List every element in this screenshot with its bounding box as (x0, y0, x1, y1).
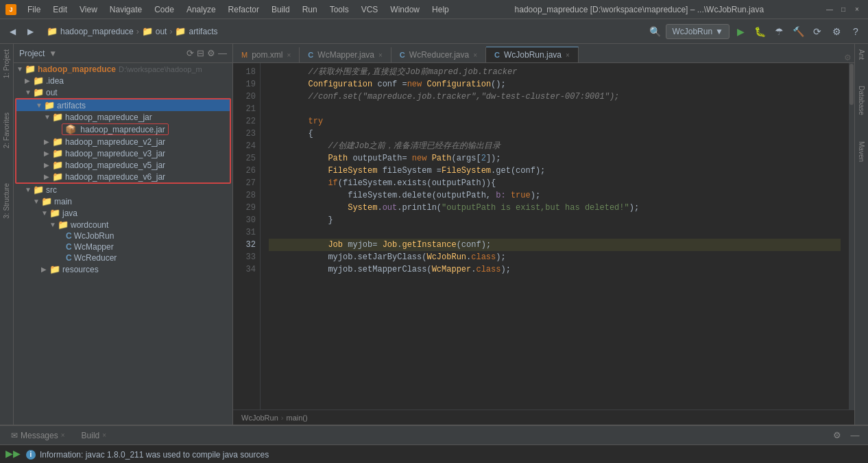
menu-run[interactable]: Run (297, 3, 323, 16)
jar-folder-label: hadoop_mapreduce_jar (65, 112, 152, 122)
structure-strip-item[interactable]: 3: Structure (1, 180, 12, 222)
breadcrumb-sep-2: › (169, 27, 172, 36)
breadcrumb-out[interactable]: out (156, 27, 167, 36)
breadcrumb: 📁 hadoop_mapreduce › 📁 out › 📁 artifacts (47, 26, 217, 36)
tree-wordcount[interactable]: ▼ 📁 wordcount (14, 219, 232, 230)
tree-wcreducer[interactable]: C WcReducer (14, 252, 232, 263)
build-project-button[interactable]: 🔨 (790, 23, 806, 40)
run-play-icon[interactable]: ▶▶ (5, 448, 21, 459)
tab-wcjobrun-close[interactable]: × (566, 51, 570, 59)
menu-file[interactable]: File (22, 3, 46, 16)
tree-main[interactable]: ▼ 📁 main (14, 195, 232, 207)
tree-jar-file[interactable]: 📦 hadoop_mapreduce.jar (16, 123, 230, 136)
back-icon[interactable]: ◀ (4, 23, 21, 40)
run-config-button[interactable]: WcJobRun ▼ (666, 24, 730, 39)
ant-strip-item[interactable]: Ant (856, 47, 867, 62)
maximize-button[interactable]: □ (838, 4, 849, 15)
tree-idea[interactable]: ▶ 📁 .idea (14, 75, 232, 86)
tree-root[interactable]: ▼ 📁 hadoop_mapreduce D:\workspace\hadoop… (14, 63, 232, 75)
bottom-panel: ✉ Messages × Build × ⚙ — ▶▶ i Informatio… (0, 425, 868, 463)
main-content: 1: Project 2: Favorites 3: Structure Pro… (0, 44, 868, 425)
tree-v3-jar[interactable]: ▶ 📁 hadoop_mapreduce_v3_jar (16, 147, 230, 159)
tree-src[interactable]: ▼ 📁 src (14, 184, 232, 195)
search-everywhere-icon[interactable]: 🔍 (647, 23, 663, 40)
forward-icon[interactable]: ▶ (22, 23, 38, 40)
tab-settings-icon[interactable]: ⚙ (841, 53, 854, 62)
src-arrow: ▼ (25, 186, 33, 193)
menu-analyze[interactable]: Analyze (181, 3, 221, 16)
tab-wcmapper[interactable]: C WcMapper.java × (300, 47, 391, 62)
menu-help[interactable]: Help (426, 3, 455, 16)
panel-close-icon[interactable]: — (218, 48, 227, 58)
tree-resources[interactable]: ▶ 📁 resources (14, 263, 232, 275)
menu-vcs[interactable]: VCS (356, 3, 384, 16)
menu-window[interactable]: Window (385, 3, 425, 16)
root-label: hadoop_mapreduce (38, 64, 116, 74)
tab-pom[interactable]: M pom.xml × (233, 47, 300, 62)
tree-artifacts[interactable]: ▼ 📁 artifacts (16, 99, 230, 111)
editor-scrollbar[interactable] (849, 63, 854, 409)
resources-label: resources (62, 265, 99, 274)
artifacts-label: artifacts (57, 101, 86, 110)
tab-build[interactable]: Build × (76, 428, 112, 443)
minimize-button[interactable]: — (824, 4, 835, 15)
code-editor[interactable]: //获取外围变量,直接提交Job前mapred.job.tracker Conf… (261, 63, 849, 409)
menu-edit[interactable]: Edit (47, 3, 73, 16)
tree-jar-folder[interactable]: ▼ 📁 hadoop_mapreduce_jar (16, 111, 230, 123)
v6-folder-icon: 📁 (52, 171, 63, 182)
tree-wcmapper[interactable]: C WcMapper (14, 241, 232, 252)
settings-icon[interactable]: ⚙ (828, 23, 845, 40)
menu-build[interactable]: Build (266, 3, 296, 16)
tree-wcjobrun[interactable]: C WcJobRun (14, 230, 232, 241)
messages-tab-close[interactable]: × (61, 431, 65, 439)
database-strip-item[interactable]: Database (856, 83, 867, 118)
project-strip-item[interactable]: 1: Project (1, 47, 12, 81)
menu-bar: File Edit View Navigate Code Analyze Ref… (22, 3, 455, 16)
bottom-settings-icon[interactable]: ⚙ (830, 428, 845, 443)
tab-wcreducer[interactable]: C WcReducer.java × (391, 47, 486, 62)
tree-v6-jar[interactable]: ▶ 📁 hadoop_mapreduce_v6_jar (16, 171, 230, 182)
run-with-coverage-button[interactable]: ☂ (771, 23, 787, 40)
tree-java[interactable]: ▼ 📁 java (14, 207, 232, 219)
breadcrumb-artifacts[interactable]: artifacts (189, 27, 217, 36)
scrollbar-thumb[interactable] (849, 64, 854, 105)
tab-wcmapper-close[interactable]: × (378, 51, 383, 59)
menu-code[interactable]: Code (149, 3, 180, 16)
wcmapper-label: WcMapper (74, 242, 114, 252)
sync-button[interactable]: ⟳ (809, 23, 825, 40)
menu-view[interactable]: View (74, 3, 103, 16)
panel-dropdown-icon[interactable]: ▼ (49, 49, 57, 58)
line-num-24: 24 (237, 140, 256, 152)
tree-out[interactable]: ▼ 📁 out (14, 86, 232, 98)
tree-v2-jar[interactable]: ▶ 📁 hadoop_mapreduce_v2_jar (16, 136, 230, 147)
panel-settings-icon[interactable]: ⚙ (207, 48, 215, 58)
close-button[interactable]: × (852, 4, 863, 15)
wcjobrun-tab-icon: C (494, 51, 500, 59)
build-tab-close[interactable]: × (102, 431, 106, 439)
v5-arrow: ▶ (44, 161, 52, 169)
wcreducer-icon: C (66, 253, 72, 263)
menu-navigate[interactable]: Navigate (104, 3, 147, 16)
line-num-30: 30 (237, 214, 256, 226)
panel-collapse-icon[interactable]: ⊟ (197, 48, 204, 58)
tab-pom-close[interactable]: × (287, 51, 291, 59)
help-icon[interactable]: ? (847, 23, 864, 40)
menu-tools[interactable]: Tools (324, 3, 354, 16)
v2-label: hadoop_mapreduce_v2_jar (65, 137, 165, 147)
artifacts-folder-icon: 📁 (44, 100, 55, 110)
messages-list: i Information: javac 1.8.0_211 was used … (26, 448, 863, 463)
tab-wcreducer-close[interactable]: × (473, 51, 477, 59)
run-button[interactable]: ▶ (732, 23, 749, 40)
tab-wcjobrun[interactable]: C WcJobRun.java × (486, 47, 579, 62)
v2-arrow: ▶ (44, 138, 52, 145)
maven-strip-item[interactable]: Maven (856, 139, 867, 165)
menu-refactor[interactable]: Refactor (223, 3, 265, 16)
java-label: java (62, 209, 77, 218)
breadcrumb-root[interactable]: hadoop_mapreduce (60, 27, 134, 36)
bottom-minimize-icon[interactable]: — (847, 428, 863, 443)
tree-v5-jar[interactable]: ▶ 📁 hadoop_mapreduce_v5_jar (16, 159, 230, 171)
tab-messages[interactable]: ✉ Messages × (5, 428, 71, 443)
debug-button[interactable]: 🐛 (751, 23, 768, 40)
panel-sync-icon[interactable]: ⟳ (186, 48, 194, 58)
favorites-strip-item[interactable]: 2: Favorites (1, 110, 12, 151)
